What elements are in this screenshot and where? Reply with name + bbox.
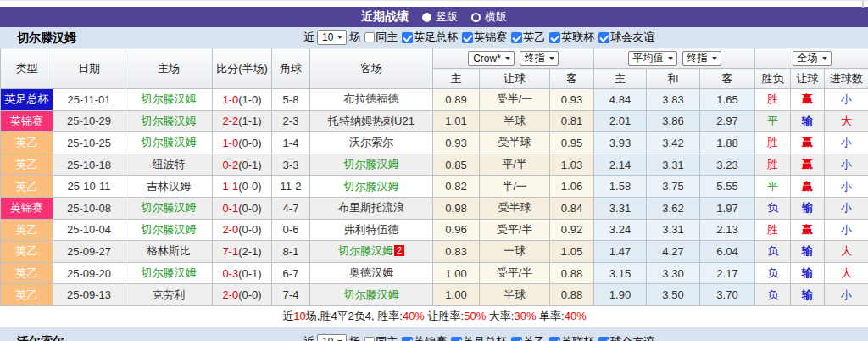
away-team-link[interactable]: 切尔滕汉姆 bbox=[344, 180, 399, 193]
league-checkbox[interactable]: 英足总杯 bbox=[402, 30, 458, 45]
checkbox-checked-icon[interactable] bbox=[462, 32, 473, 43]
halftime-score: (0-0) bbox=[238, 288, 261, 301]
away-team-link[interactable]: 沃尔索尔 bbox=[349, 136, 393, 148]
checkbox-unchecked-icon[interactable] bbox=[364, 337, 375, 341]
checkbox-checked-icon[interactable] bbox=[598, 337, 609, 341]
away-team-link[interactable]: 托特纳姆热刺U21 bbox=[328, 115, 415, 127]
radio-selected-icon[interactable] bbox=[422, 13, 431, 22]
away-team[interactable]: 奥德汉姆 bbox=[310, 262, 433, 284]
league-checkbox-label: 英锦赛 bbox=[474, 30, 507, 45]
away-team[interactable]: 切尔滕汉姆 bbox=[310, 284, 433, 306]
home-team-name: 切尔滕汉姆 bbox=[17, 31, 76, 46]
fulltime-score: 0-2 bbox=[222, 159, 238, 171]
odds-home: 0.98 bbox=[433, 197, 480, 219]
league-checkbox[interactable]: 球会友谊 bbox=[598, 334, 654, 341]
away-team-link[interactable]: 弗利特伍德 bbox=[344, 223, 399, 236]
home-team-link[interactable]: 切尔滕汉姆 bbox=[142, 266, 197, 279]
home-team-link[interactable]: 吉林汉姆 bbox=[147, 180, 191, 193]
same-home-checkbox-label: 同主 bbox=[376, 334, 398, 341]
match-date: 25-11-01 bbox=[53, 89, 125, 111]
handicap: 受半/一 bbox=[480, 89, 550, 111]
league-checkbox[interactable]: 英锦赛 bbox=[462, 30, 507, 45]
home-team-link[interactable]: 切尔滕汉姆 bbox=[142, 136, 197, 148]
away-team-link[interactable]: 切尔滕汉姆 bbox=[344, 158, 399, 170]
corners: 5-8 bbox=[272, 89, 310, 111]
checkbox-checked-icon[interactable] bbox=[549, 337, 560, 341]
match-result: 平 bbox=[755, 176, 791, 198]
away-team-link[interactable]: 切尔滕汉姆 bbox=[338, 244, 393, 257]
home-team-link[interactable]: 格林斯比 bbox=[147, 244, 191, 257]
checkbox-unchecked-icon[interactable] bbox=[364, 32, 375, 42]
away-team[interactable]: 切尔滕汉姆 bbox=[310, 176, 433, 198]
league-checkbox[interactable]: 英联杯 bbox=[549, 334, 594, 341]
score: 0-3(0-1) bbox=[213, 262, 272, 284]
away-team[interactable]: 布里斯托流浪 bbox=[310, 197, 433, 219]
handicap: 受半球 bbox=[480, 132, 550, 154]
checkbox-checked-icon[interactable] bbox=[402, 337, 413, 341]
home-team[interactable]: 切尔滕汉姆 bbox=[125, 89, 213, 111]
same-home-checkbox[interactable]: 同主 bbox=[364, 30, 398, 45]
away-team[interactable]: 弗利特伍德 bbox=[310, 219, 433, 241]
odds-source-select[interactable]: Crow* bbox=[468, 51, 515, 66]
home-team-link[interactable]: 切尔滕汉姆 bbox=[142, 223, 197, 236]
score: 2-0(0-0) bbox=[213, 219, 272, 241]
league-checkbox[interactable]: 英锦赛 bbox=[402, 334, 447, 341]
home-team-link[interactable]: 切尔滕汉姆 bbox=[142, 201, 197, 214]
away-team[interactable]: 切尔滕汉姆 bbox=[310, 154, 433, 176]
home-team[interactable]: 切尔滕汉姆 bbox=[125, 197, 213, 219]
league-checkbox[interactable]: 英乙 bbox=[511, 30, 545, 45]
home-team[interactable]: 切尔滕汉姆 bbox=[125, 132, 213, 154]
away-team[interactable]: 沃尔索尔 bbox=[310, 132, 433, 154]
away-team[interactable]: 托特纳姆热刺U21 bbox=[310, 110, 433, 132]
checkbox-checked-icon[interactable] bbox=[451, 337, 462, 341]
radio-unselected-icon[interactable] bbox=[471, 13, 481, 22]
home-team[interactable]: 克劳利 bbox=[125, 284, 213, 306]
scrollbar[interactable] bbox=[862, 1, 864, 8]
checkbox-checked-icon[interactable] bbox=[402, 32, 413, 43]
match-count-select[interactable]: 10 bbox=[317, 30, 347, 45]
home-team[interactable]: 切尔滕汉姆 bbox=[125, 219, 213, 241]
home-team-link[interactable]: 克劳利 bbox=[153, 288, 186, 301]
match-count-select[interactable]: 10 bbox=[317, 334, 347, 341]
handicap: 受平/半 bbox=[480, 219, 550, 241]
home-team[interactable]: 切尔滕汉姆 bbox=[125, 110, 213, 132]
col-header-goals: 进球数 bbox=[825, 69, 868, 89]
home-team-link[interactable]: 纽波特 bbox=[153, 158, 186, 170]
home-team-link[interactable]: 切尔滕汉姆 bbox=[142, 115, 197, 127]
odds-home: 1.00 bbox=[433, 284, 480, 306]
checkbox-checked-icon[interactable] bbox=[511, 337, 522, 341]
away-team[interactable]: 切尔滕汉姆2 bbox=[310, 241, 433, 263]
league-checkbox[interactable]: 英足总杯 bbox=[451, 334, 507, 341]
odds-away: 0.81 bbox=[550, 110, 594, 132]
away-team[interactable]: 布拉德福德 bbox=[310, 89, 433, 111]
games-label: 场 bbox=[349, 30, 360, 45]
scope-select[interactable]: 全场 bbox=[793, 51, 832, 66]
same-home-checkbox[interactable]: 同主 bbox=[364, 334, 398, 341]
odds-time-select-2[interactable]: 终指 bbox=[682, 51, 721, 66]
odds-time-select-1[interactable]: 终指 bbox=[520, 51, 559, 66]
home-team[interactable]: 切尔滕汉姆 bbox=[125, 262, 213, 284]
away-team-link[interactable]: 切尔滕汉姆 bbox=[344, 288, 399, 301]
league-checkbox[interactable]: 球会友谊 bbox=[598, 30, 654, 45]
avg-home: 2.01 bbox=[594, 110, 647, 132]
odds-home: 0.82 bbox=[433, 176, 480, 198]
league-checkbox[interactable]: 英联杯 bbox=[549, 30, 594, 45]
checkbox-checked-icon[interactable] bbox=[511, 32, 522, 43]
away-team-link[interactable]: 布拉德福德 bbox=[344, 92, 399, 105]
league-checkbox-label: 英联杯 bbox=[561, 334, 594, 341]
away-team-link[interactable]: 布里斯托流浪 bbox=[338, 201, 404, 214]
home-team[interactable]: 纽波特 bbox=[125, 154, 213, 176]
radio-vertical-layout[interactable]: 竖版 bbox=[422, 9, 458, 25]
home-team[interactable]: 格林斯比 bbox=[125, 241, 213, 263]
radio-horizontal-layout[interactable]: 横版 bbox=[471, 9, 507, 25]
handicap: 受平/半 bbox=[480, 262, 550, 284]
league-checkbox[interactable]: 英乙 bbox=[511, 334, 545, 341]
average-select[interactable]: 平均值 bbox=[628, 51, 677, 66]
home-team[interactable]: 吉林汉姆 bbox=[125, 176, 213, 198]
home-team-link[interactable]: 切尔滕汉姆 bbox=[142, 92, 197, 105]
checkbox-checked-icon[interactable] bbox=[549, 32, 560, 43]
odds-away: 0.92 bbox=[550, 219, 594, 241]
checkbox-checked-icon[interactable] bbox=[598, 32, 609, 43]
summary-segment: 场,胜4平2负4, 胜率: bbox=[306, 310, 403, 322]
away-team-link[interactable]: 奥德汉姆 bbox=[349, 266, 393, 279]
